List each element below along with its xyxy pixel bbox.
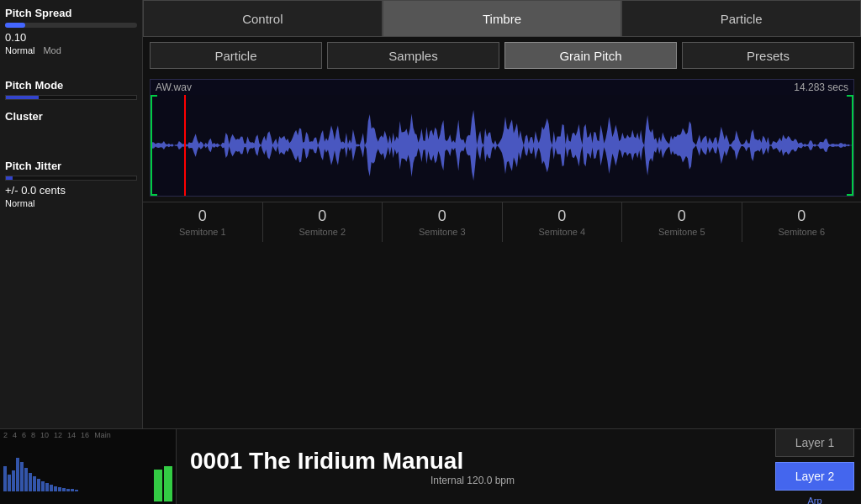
cluster-section: Cluster (5, 110, 137, 123)
vu-bar (12, 470, 15, 491)
semitone-3-label: Semitone 3 (383, 227, 502, 242)
semitone-grid: 0 Semitone 1 0 Semitone 2 0 Semitone 3 0… (143, 202, 861, 242)
semitone-5-label: Semitone 5 (622, 227, 742, 242)
semitone-2-cell[interactable]: 0 Semitone 2 (263, 202, 383, 242)
vu-bar (54, 486, 57, 491)
vu-bar (62, 488, 66, 491)
visualizer-labels: 2 4 6 8 10 12 14 16 Main (0, 429, 176, 441)
semitone-5-value: 0 (622, 202, 742, 227)
semitone-4-label: Semitone 4 (503, 227, 622, 242)
semitone-1-cell[interactable]: 0 Semitone 1 (143, 202, 263, 242)
waveform-filename: AW.wav (156, 81, 192, 93)
playhead (184, 95, 186, 196)
vu-bar (3, 466, 7, 491)
pitch-spread-slider[interactable] (5, 23, 137, 28)
vu-meter-l (154, 443, 162, 501)
semitone-4-value: 0 (503, 202, 622, 227)
arp-label[interactable]: Arp (775, 496, 854, 505)
waveform-duration: 14.283 secs (794, 81, 848, 93)
pitch-jitter-fill (6, 176, 13, 180)
vu-meter-r (164, 443, 172, 501)
semitone-1-label: Semitone 1 (143, 227, 262, 242)
bottom-bar: 2 4 6 8 10 12 14 16 Main (0, 428, 861, 504)
vu-bar (66, 489, 70, 491)
sub-tab-particle[interactable]: Particle (150, 42, 322, 69)
semitone-6-cell[interactable]: 0 Semitone 6 (742, 202, 862, 242)
vu-bar (75, 490, 78, 491)
pitch-spread-label: Pitch Spread (5, 7, 137, 19)
pitch-spread-fill (5, 23, 25, 28)
pitch-jitter-value: +/- 0.0 cents (5, 184, 137, 197)
vu-bar (71, 489, 74, 491)
loop-end-bracket (847, 95, 853, 196)
layer2-button[interactable]: Layer 2 (775, 462, 854, 491)
vu-meters (154, 443, 172, 501)
sidebar: Pitch Spread 0.10 Normal Mod Pitch Mode … (0, 0, 143, 428)
vu-bar (20, 462, 24, 491)
semitone-6-value: 0 (742, 202, 862, 227)
semitone-5-cell[interactable]: 0 Semitone 5 (622, 202, 742, 242)
pitch-spread-section: Pitch Spread 0.10 Normal Mod (5, 7, 137, 55)
semitone-3-cell[interactable]: 0 Semitone 3 (383, 202, 503, 242)
sub-tab-samples[interactable]: Samples (327, 42, 499, 69)
vu-bar (41, 481, 45, 491)
pitch-jitter-modes: Normal (5, 198, 137, 208)
vu-bar (33, 476, 36, 491)
pitch-mode-section: Pitch Mode (5, 79, 137, 100)
bottom-visualizer: 2 4 6 8 10 12 14 16 Main (0, 429, 177, 504)
vu-bar (29, 473, 32, 491)
pitch-spread-modes: Normal Mod (5, 45, 137, 55)
semitone-2-label: Semitone 2 (263, 227, 383, 242)
vu-bar (58, 487, 61, 491)
vu-bar (16, 458, 19, 491)
vu-bar (24, 468, 28, 491)
pitch-mode-fill (6, 96, 39, 99)
vu-bar (8, 475, 11, 491)
waveform-canvas[interactable] (151, 95, 853, 196)
waveform-header: AW.wav 14.283 secs (151, 80, 853, 95)
pitch-jitter-normal[interactable]: Normal (5, 198, 34, 208)
sub-tab-grain-pitch[interactable]: Grain Pitch (504, 42, 677, 69)
tab-control[interactable]: Control (143, 0, 383, 37)
bpm-info: Internal 120.0 bpm (190, 475, 755, 486)
vu-bar (37, 479, 40, 491)
vu-bar (45, 483, 49, 491)
waveform-container: AW.wav 14.283 secs (150, 79, 854, 197)
pitch-mode-label: Pitch Mode (5, 79, 137, 92)
semitone-3-value: 0 (383, 202, 502, 227)
cluster-label: Cluster (5, 110, 137, 123)
layer1-button[interactable]: Layer 1 (775, 428, 854, 457)
bottom-info: 0001 The Iridium Manual Internal 120.0 b… (177, 429, 769, 504)
patch-name: 0001 The Iridium Manual (190, 448, 755, 475)
pitch-jitter-slider[interactable] (5, 176, 137, 181)
vu-bars (0, 441, 176, 491)
semitone-6-label: Semitone 6 (742, 227, 862, 242)
main-content: Particle Samples Grain Pitch Presets AW.… (143, 37, 861, 428)
pitch-jitter-label: Pitch Jitter (5, 160, 137, 172)
sub-tabs-bar: Particle Samples Grain Pitch Presets (143, 37, 861, 74)
vu-bar (50, 485, 53, 491)
loop-start-bracket (151, 95, 157, 196)
tab-particle-top[interactable]: Particle (621, 0, 861, 37)
semitone-2-value: 0 (263, 202, 383, 227)
tab-timbre[interactable]: Timbre (383, 0, 622, 37)
pitch-jitter-section: Pitch Jitter +/- 0.0 cents Normal (5, 160, 137, 208)
layer-buttons: Layer 1 Layer 2 Arp (769, 429, 861, 504)
sub-tab-presets[interactable]: Presets (682, 42, 854, 69)
pitch-spread-value: 0.10 (5, 31, 137, 44)
semitone-4-cell[interactable]: 0 Semitone 4 (503, 202, 623, 242)
pitch-spread-normal[interactable]: Normal (5, 45, 34, 55)
pitch-spread-mod[interactable]: Mod (43, 45, 61, 55)
semitone-1-value: 0 (143, 202, 262, 227)
pitch-mode-slider[interactable] (5, 95, 137, 100)
waveform-svg (151, 95, 853, 196)
